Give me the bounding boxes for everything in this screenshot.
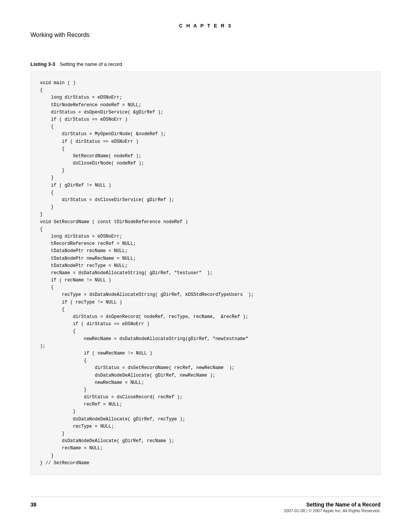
footer-title: Setting the Name of a Record	[37, 502, 381, 508]
listing-label: Listing 3-3	[30, 61, 55, 67]
footer-right: Setting the Name of a Record 2007-01-08 …	[37, 502, 381, 513]
footer-page-number: 38	[30, 502, 37, 508]
chapter-label: C H A P T E R 3	[30, 23, 381, 29]
footer-copyright: 2007-01-08 | © 2007 Apple Inc. All Right…	[37, 508, 381, 513]
listing-title: Setting the name of a record	[60, 61, 122, 67]
page: C H A P T E R 3 Working with Records Lis…	[0, 0, 411, 532]
code-block: void main ( ) { long dirStatus = eDSNoEr…	[30, 72, 381, 475]
footer: 38 Setting the Name of a Record 2007-01-…	[30, 497, 381, 513]
chapter-header: C H A P T E R 3	[30, 23, 381, 29]
listing-header: Listing 3-3 Setting the name of a record	[30, 61, 381, 67]
chapter-subtitle: Working with Records	[30, 32, 381, 38]
